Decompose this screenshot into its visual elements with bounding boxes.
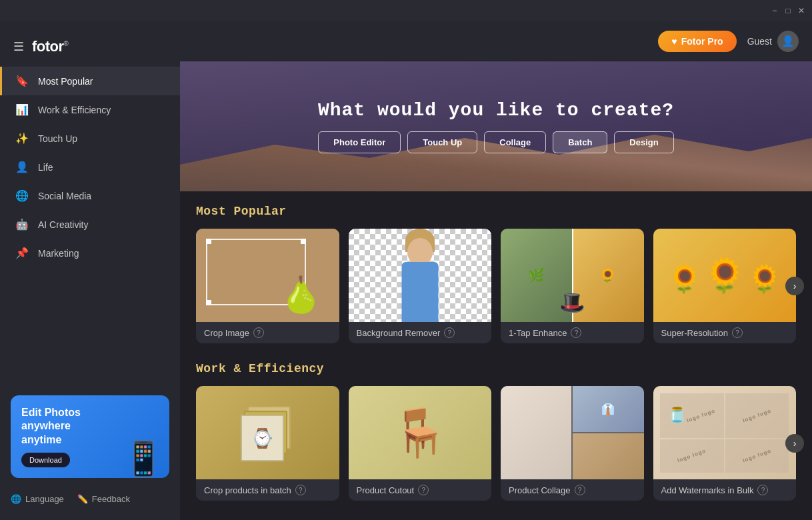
globe-icon: 🌐 bbox=[15, 189, 29, 202]
logo-reg: ® bbox=[64, 40, 69, 47]
frame-front: ⌚ bbox=[241, 415, 284, 461]
bg-remove-preview bbox=[349, 229, 492, 322]
sidebar-item-label: AI Creativity bbox=[38, 219, 88, 230]
logo: fotor® bbox=[32, 38, 68, 55]
hero-btn-photo-editor[interactable]: Photo Editor bbox=[318, 131, 401, 153]
most-popular-next-btn[interactable]: › bbox=[785, 277, 804, 295]
sidebar-item-life[interactable]: 👤 Life bbox=[0, 153, 180, 181]
hero-btn-batch[interactable]: Batch bbox=[553, 131, 607, 153]
batch-crop-preview: ⌚ bbox=[196, 386, 339, 479]
card-product-cutout[interactable]: 🪑 Product Cutout ? bbox=[349, 386, 492, 501]
guest-area: Guest 👤 bbox=[747, 31, 799, 52]
language-label: Language bbox=[25, 494, 64, 504]
collage-info[interactable]: ? bbox=[575, 485, 585, 495]
sidebar-item-work-efficiency[interactable]: 📊 Work & Efficiency bbox=[0, 95, 180, 124]
watermarks-footer: Add Watermarks in Bulk ? bbox=[653, 479, 797, 501]
crop-image-info[interactable]: ? bbox=[253, 327, 264, 338]
watermark-grid: 🫙 logo logo logo logo logo logo bbox=[660, 393, 789, 473]
bookmark-icon: 🔖 bbox=[15, 75, 29, 87]
cutout-info[interactable]: ? bbox=[418, 485, 429, 495]
heart-icon: ♥ bbox=[671, 36, 677, 47]
cutout-preview: 🪑 bbox=[349, 386, 492, 479]
sidebar-item-label: Most Popular bbox=[38, 76, 93, 87]
sidebar-item-label: Marketing bbox=[38, 248, 79, 259]
hero-btn-design[interactable]: Design bbox=[614, 131, 673, 153]
person-icon: 👤 bbox=[15, 161, 29, 173]
crop-image-preview: 🍐 bbox=[196, 229, 339, 322]
sidebar-item-most-popular[interactable]: 🔖 Most Popular bbox=[0, 67, 180, 95]
bg-remove-info[interactable]: ? bbox=[444, 327, 455, 338]
card-crop-batch[interactable]: ⌚ Crop products in batch ? bbox=[196, 386, 339, 501]
phone-icon: 📱 bbox=[123, 439, 164, 478]
card-watermarks[interactable]: 🫙 logo logo logo logo logo logo bbox=[653, 386, 797, 501]
collage-cell-2: 👔 bbox=[573, 386, 643, 432]
hero-banner: What would you like to create? Photo Edi… bbox=[180, 61, 812, 191]
sidebar-item-touch-up[interactable]: ✨ Touch Up bbox=[0, 124, 180, 153]
content-area: What would you like to create? Photo Edi… bbox=[180, 61, 812, 520]
card-background-remover[interactable]: Background Remover ? bbox=[349, 229, 492, 343]
most-popular-grid: 🍐 Crop Image ? bbox=[196, 229, 796, 343]
language-globe-icon: 🌐 bbox=[11, 494, 21, 504]
guest-label: Guest bbox=[747, 36, 772, 47]
card-crop-image[interactable]: 🍐 Crop Image ? bbox=[196, 229, 339, 343]
maximize-btn[interactable]: □ bbox=[783, 5, 793, 16]
enhance-preview: 🌿 🌻 🎩 bbox=[501, 229, 644, 322]
sidebar-item-label: Touch Up bbox=[38, 133, 77, 144]
sunflower-group: 🌻 🌻 🌻 bbox=[668, 256, 781, 295]
work-efficiency-next-btn[interactable]: › bbox=[785, 434, 804, 453]
sunflower-1: 🌻 bbox=[668, 263, 701, 295]
marketing-icon: 📌 bbox=[15, 247, 29, 259]
close-btn[interactable]: ✕ bbox=[796, 5, 807, 16]
sidebar-item-label: Work & Efficiency bbox=[38, 105, 111, 115]
watermark-text-1: logo logo bbox=[686, 407, 716, 423]
download-button[interactable]: Download bbox=[21, 453, 70, 467]
hero-btn-collage[interactable]: Collage bbox=[484, 131, 546, 153]
sidebar-item-marketing[interactable]: 📌 Marketing bbox=[0, 239, 180, 267]
woman-body bbox=[401, 262, 438, 322]
wm-cell-2: logo logo bbox=[725, 393, 789, 438]
enhance-info[interactable]: ? bbox=[571, 327, 581, 338]
collage-cells-right: 👔 bbox=[573, 386, 643, 479]
jar-icon: 🫙 bbox=[668, 407, 686, 424]
avatar[interactable]: 👤 bbox=[777, 31, 799, 52]
feedback-link[interactable]: ✏️ Feedback bbox=[77, 494, 130, 504]
super-res-info[interactable]: ? bbox=[732, 327, 743, 338]
bg-remove-label: Background Remover bbox=[357, 328, 441, 338]
hero-btn-touch-up[interactable]: Touch Up bbox=[407, 131, 477, 153]
wm-cell-4: logo logo bbox=[725, 439, 789, 473]
sidebar-bottom: Edit Photosanywhereanytime Download 📱 🌐 … bbox=[0, 385, 180, 520]
hat-person-icon: 🎩 bbox=[559, 290, 585, 315]
top-bar: ☰ fotor® bbox=[0, 27, 180, 67]
language-link[interactable]: 🌐 Language bbox=[11, 494, 64, 504]
pear-icon: 🍐 bbox=[279, 275, 323, 315]
sidebar-item-social-media[interactable]: 🌐 Social Media bbox=[0, 181, 180, 210]
card-super-resolution[interactable]: 🌻 🌻 🌻 Super-Resolution ? bbox=[653, 229, 797, 343]
hamburger-menu[interactable]: ☰ bbox=[13, 39, 24, 54]
watermarks-label: Add Watermarks in Bulk bbox=[661, 485, 754, 495]
app-body: ☰ fotor® 🔖 Most Popular 📊 Work & Efficie… bbox=[0, 21, 812, 520]
chair-icon: 🪑 bbox=[391, 405, 449, 460]
watermark-text-2: logo logo bbox=[742, 407, 772, 423]
collage-footer: Product Collage ? bbox=[501, 479, 644, 501]
watermarks-info[interactable]: ? bbox=[757, 485, 768, 495]
app-header: ♥ Fotor Pro Guest 👤 bbox=[180, 21, 812, 61]
bg-remove-footer: Background Remover ? bbox=[349, 322, 492, 343]
pro-button[interactable]: ♥ Fotor Pro bbox=[658, 31, 736, 52]
sunflower-3: 🌻 bbox=[748, 263, 781, 295]
chart-icon: 📊 bbox=[15, 103, 29, 116]
wm-cell-3: logo logo bbox=[660, 439, 724, 473]
sidebar-footer: 🌐 Language ✏️ Feedback bbox=[11, 489, 169, 509]
collage-preview: 👔 bbox=[501, 386, 644, 479]
stacked-frames: ⌚ bbox=[241, 403, 294, 463]
work-efficiency-grid: ⌚ Crop products in batch ? 🪑 bbox=[196, 386, 796, 501]
card-product-collage[interactable]: 👔 Product Collage ? bbox=[501, 386, 644, 501]
cutout-footer: Product Cutout ? bbox=[349, 479, 492, 501]
batch-crop-info[interactable]: ? bbox=[295, 485, 306, 495]
cutout-label: Product Cutout bbox=[357, 485, 415, 495]
minimize-btn[interactable]: − bbox=[769, 5, 780, 16]
super-res-preview: 🌻 🌻 🌻 bbox=[653, 229, 797, 322]
sidebar-item-ai-creativity[interactable]: 🤖 AI Creativity bbox=[0, 210, 180, 239]
watermark-text-3: logo logo bbox=[677, 448, 707, 464]
sidebar: ☰ fotor® 🔖 Most Popular 📊 Work & Efficie… bbox=[0, 21, 180, 520]
card-one-tap-enhance[interactable]: 🌿 🌻 🎩 1-Tap Enhance ? bbox=[501, 229, 644, 343]
